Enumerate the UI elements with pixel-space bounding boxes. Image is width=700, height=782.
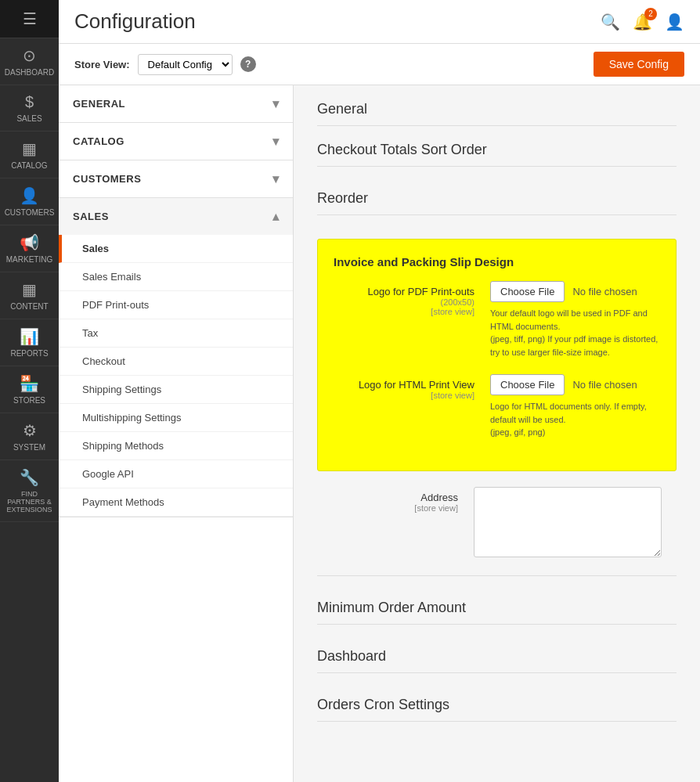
config-section-reorder: Reorder	[317, 190, 677, 215]
system-icon: ⚙	[23, 421, 37, 440]
marketing-icon: 📢	[20, 233, 39, 252]
right-panel: General Checkout Totals Sort Order Reord…	[294, 85, 700, 782]
form-control-logo-pdf: Choose File No file chosen Your default …	[490, 281, 660, 359]
store-view-select[interactable]: Default Config	[138, 54, 233, 75]
customers-icon: 👤	[20, 186, 39, 205]
chevron-up-icon: ▴	[272, 209, 280, 224]
invoice-design-title: Invoice and Packing Slip Design	[334, 255, 660, 268]
nav-sub-item-checkout[interactable]: Checkout	[59, 348, 293, 376]
form-control-address	[474, 487, 677, 560]
stores-icon: 🏪	[20, 374, 39, 393]
nav-sub-item-sales-emails[interactable]: Sales Emails	[59, 263, 293, 291]
no-file-text-pdf: No file chosen	[572, 286, 637, 297]
sidebar-item-marketing[interactable]: 📢 MARKETING	[0, 225, 59, 272]
sales-icon: $	[25, 93, 34, 111]
section-title-orders-cron: Orders Cron Settings	[317, 697, 677, 722]
chevron-down-icon: ▾	[272, 96, 280, 111]
help-icon[interactable]: ?	[240, 56, 256, 72]
bell-badge: 2	[644, 8, 657, 20]
sidebar-item-stores[interactable]: 🏪 STORES	[0, 366, 59, 413]
catalog-icon: ▦	[22, 139, 37, 158]
section-title-min-order: Minimum Order Amount	[317, 600, 677, 625]
nav-section-header-customers[interactable]: CUSTOMERS ▾	[59, 160, 293, 197]
nav-section-customers: CUSTOMERS ▾	[59, 160, 293, 198]
nav-sub-item-google-api[interactable]: Google API	[59, 460, 293, 488]
form-row-address: Address [store view]	[317, 487, 677, 560]
nav-section-sales: SALES ▴ Sales Sales Emails PDF Print-out…	[59, 198, 293, 517]
bell-icon[interactable]: 🔔 2	[633, 13, 652, 31]
partners-icon: 🔧	[20, 468, 39, 487]
sidebar-item-catalog[interactable]: ▦ CATALOG	[0, 132, 59, 178]
section-title-reorder: Reorder	[317, 190, 677, 215]
store-view-bar: Store View: Default Config ? Save Config	[59, 44, 700, 85]
nav-sub-items-sales: Sales Sales Emails PDF Print-outs Tax Ch…	[59, 235, 293, 517]
store-view-label: Store View:	[74, 59, 130, 70]
file-input-row-pdf: Choose File No file chosen	[490, 281, 660, 302]
chevron-down-icon: ▾	[272, 171, 280, 186]
config-section-checkout-totals: Checkout Totals Sort Order	[317, 142, 677, 167]
form-row-logo-pdf: Logo for PDF Print-outs (200x50) [store …	[334, 281, 660, 359]
sidebar-item-content[interactable]: ▦ CONTENT	[0, 272, 59, 319]
help-text-pdf: Your default logo will be used in PDF an…	[490, 307, 660, 359]
search-icon[interactable]: 🔍	[601, 13, 620, 31]
sidebar-top: ☰	[0, 0, 59, 38]
content-area: GENERAL ▾ CATALOG ▾ CUSTOMERS ▾	[59, 85, 700, 782]
section-title-dashboard: Dashboard	[317, 648, 677, 673]
sidebar-item-reports[interactable]: 📊 REPORTS	[0, 319, 59, 366]
nav-section-header-catalog[interactable]: CATALOG ▾	[59, 123, 293, 160]
main-area: Configuration 🔍 🔔 2 👤 Store View: Defaul…	[59, 0, 700, 782]
reports-icon: 📊	[20, 327, 39, 346]
left-nav: GENERAL ▾ CATALOG ▾ CUSTOMERS ▾	[59, 85, 294, 782]
config-section-invoice-design: Invoice and Packing Slip Design Logo for…	[317, 239, 677, 471]
sidebar-item-partners[interactable]: 🔧 FIND PARTNERS & EXTENSIONS	[0, 460, 59, 522]
sidebar-item-customers[interactable]: 👤 CUSTOMERS	[0, 178, 59, 225]
section-title-general: General	[317, 101, 677, 126]
sidebar-item-dashboard[interactable]: ⊙ DASHBOARD	[0, 38, 59, 85]
nav-sub-item-shipping-methods[interactable]: Shipping Methods	[59, 432, 293, 460]
nav-sub-item-tax[interactable]: Tax	[59, 319, 293, 348]
sidebar: ☰ ⊙ DASHBOARD $ SALES ▦ CATALOG 👤 CUSTOM…	[0, 0, 59, 782]
help-text-html: Logo for HTML documents only. If empty, …	[490, 400, 660, 439]
header-icons: 🔍 🔔 2 👤	[601, 13, 684, 31]
config-section-dashboard: Dashboard	[317, 648, 677, 673]
nav-section-general: GENERAL ▾	[59, 85, 293, 123]
form-label-address: Address [store view]	[317, 487, 474, 513]
form-control-logo-html: Choose File No file chosen Logo for HTML…	[490, 374, 660, 439]
menu-icon[interactable]: ☰	[23, 9, 37, 28]
content-icon: ▦	[22, 280, 37, 299]
sidebar-item-system[interactable]: ⚙ SYSTEM	[0, 413, 59, 460]
user-icon[interactable]: 👤	[665, 13, 684, 31]
nav-sub-item-sales[interactable]: Sales	[59, 235, 293, 263]
form-row-logo-html: Logo for HTML Print View [store view] Ch…	[334, 374, 660, 439]
page-title: Configuration	[74, 9, 196, 34]
config-section-orders-cron: Orders Cron Settings	[317, 697, 677, 722]
no-file-text-html: No file chosen	[572, 379, 637, 391]
nav-section-header-general[interactable]: GENERAL ▾	[59, 85, 293, 122]
top-header: Configuration 🔍 🔔 2 👤	[59, 0, 700, 44]
nav-sub-item-multishipping-settings[interactable]: Multishipping Settings	[59, 404, 293, 432]
chevron-down-icon: ▾	[272, 134, 280, 149]
dashboard-icon: ⊙	[23, 46, 36, 65]
section-title-checkout-totals: Checkout Totals Sort Order	[317, 142, 677, 167]
nav-sub-item-payment-methods[interactable]: Payment Methods	[59, 488, 293, 517]
address-textarea[interactable]	[474, 487, 662, 557]
file-input-row-html: Choose File No file chosen	[490, 374, 660, 395]
sidebar-item-sales[interactable]: $ SALES	[0, 85, 59, 132]
nav-sub-item-shipping-settings[interactable]: Shipping Settings	[59, 376, 293, 404]
choose-file-button-html[interactable]: Choose File	[490, 374, 565, 395]
config-section-address: Address [store view]	[317, 487, 677, 576]
nav-section-catalog: CATALOG ▾	[59, 123, 293, 160]
choose-file-button-pdf[interactable]: Choose File	[490, 281, 565, 302]
form-label-logo-pdf: Logo for PDF Print-outs (200x50) [store …	[334, 281, 490, 316]
form-label-logo-html: Logo for HTML Print View [store view]	[334, 374, 490, 400]
config-section-min-order: Minimum Order Amount	[317, 600, 677, 625]
nav-section-header-sales[interactable]: SALES ▴	[59, 198, 293, 235]
save-button[interactable]: Save Config	[594, 52, 684, 77]
nav-sub-item-pdf-print-outs[interactable]: PDF Print-outs	[59, 291, 293, 319]
